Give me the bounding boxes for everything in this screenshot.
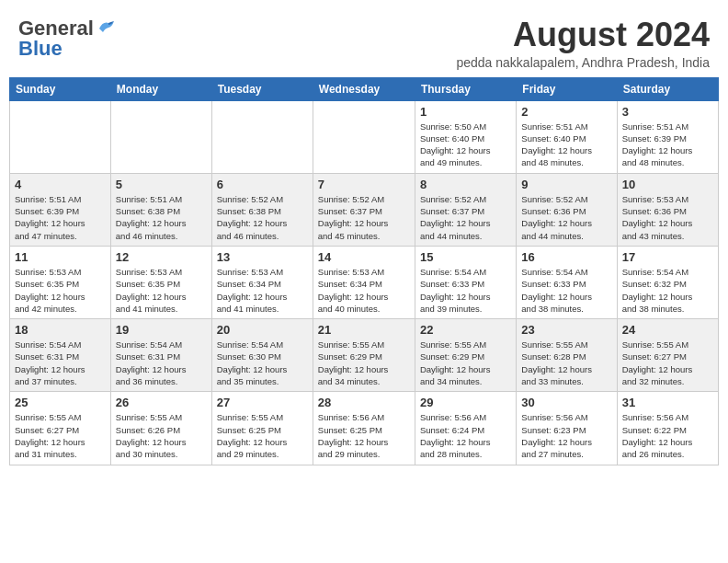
day-number: 8 [420, 178, 511, 191]
calendar-cell: 29Sunrise: 5:56 AM Sunset: 6:24 PM Dayli… [415, 392, 516, 465]
day-number: 15 [420, 250, 511, 264]
weekday-header-monday: Monday [110, 77, 211, 100]
title-block: August 2024 pedda nakkalapalem, Andhra P… [456, 17, 710, 70]
calendar-cell: 21Sunrise: 5:55 AM Sunset: 6:29 PM Dayli… [313, 319, 415, 392]
calendar-cell: 2Sunrise: 5:51 AM Sunset: 6:40 PM Daylig… [517, 100, 617, 173]
day-info: Sunrise: 5:56 AM Sunset: 6:22 PM Dayligh… [622, 411, 713, 460]
day-info: Sunrise: 5:51 AM Sunset: 6:39 PM Dayligh… [15, 193, 106, 242]
day-number: 20 [217, 323, 308, 337]
weekday-header-row: SundayMondayTuesdayWednesdayThursdayFrid… [10, 77, 719, 100]
logo-blue: Blue [18, 37, 63, 61]
calendar-cell: 15Sunrise: 5:54 AM Sunset: 6:33 PM Dayli… [415, 246, 516, 318]
day-info: Sunrise: 5:55 AM Sunset: 6:28 PM Dayligh… [521, 339, 611, 387]
calendar-cell [313, 100, 415, 173]
day-info: Sunrise: 5:51 AM Sunset: 6:40 PM Dayligh… [521, 121, 611, 169]
weekday-header-tuesday: Tuesday [211, 77, 313, 100]
day-info: Sunrise: 5:53 AM Sunset: 6:35 PM Dayligh… [15, 266, 106, 315]
calendar-cell: 27Sunrise: 5:55 AM Sunset: 6:25 PM Dayli… [211, 392, 313, 465]
calendar-cell: 24Sunrise: 5:55 AM Sunset: 6:27 PM Dayli… [617, 319, 718, 392]
calendar-cell: 9Sunrise: 5:52 AM Sunset: 6:36 PM Daylig… [517, 173, 617, 246]
calendar-week-row: 25Sunrise: 5:55 AM Sunset: 6:27 PM Dayli… [10, 392, 719, 465]
day-number: 9 [521, 178, 611, 191]
day-info: Sunrise: 5:55 AM Sunset: 6:29 PM Dayligh… [318, 339, 410, 387]
calendar-cell: 14Sunrise: 5:53 AM Sunset: 6:34 PM Dayli… [313, 246, 415, 318]
calendar-cell: 19Sunrise: 5:54 AM Sunset: 6:31 PM Dayli… [110, 319, 211, 392]
day-number: 26 [116, 396, 207, 409]
logo: General Blue [18, 17, 116, 61]
day-info: Sunrise: 5:52 AM Sunset: 6:37 PM Dayligh… [318, 193, 410, 242]
calendar-cell: 1Sunrise: 5:50 AM Sunset: 6:40 PM Daylig… [415, 100, 516, 173]
day-number: 2 [521, 105, 611, 119]
calendar-cell: 13Sunrise: 5:53 AM Sunset: 6:34 PM Dayli… [211, 246, 313, 318]
logo-bird-icon [96, 19, 116, 38]
day-number: 24 [622, 323, 713, 337]
calendar-cell: 5Sunrise: 5:51 AM Sunset: 6:38 PM Daylig… [110, 173, 211, 246]
calendar-week-row: 11Sunrise: 5:53 AM Sunset: 6:35 PM Dayli… [10, 246, 719, 318]
month-year-title: August 2024 [456, 17, 710, 53]
day-number: 1 [420, 105, 511, 119]
day-number: 7 [318, 178, 410, 191]
day-info: Sunrise: 5:55 AM Sunset: 6:27 PM Dayligh… [622, 339, 713, 387]
day-info: Sunrise: 5:52 AM Sunset: 6:37 PM Dayligh… [420, 193, 511, 242]
day-number: 3 [622, 105, 713, 119]
calendar-week-row: 1Sunrise: 5:50 AM Sunset: 6:40 PM Daylig… [10, 100, 719, 173]
day-info: Sunrise: 5:54 AM Sunset: 6:32 PM Dayligh… [622, 266, 713, 315]
day-number: 19 [116, 323, 207, 337]
day-info: Sunrise: 5:52 AM Sunset: 6:38 PM Dayligh… [217, 193, 308, 242]
calendar-cell: 28Sunrise: 5:56 AM Sunset: 6:25 PM Dayli… [313, 392, 415, 465]
weekday-header-sunday: Sunday [10, 77, 111, 100]
calendar-cell: 12Sunrise: 5:53 AM Sunset: 6:35 PM Dayli… [110, 246, 211, 318]
calendar-cell: 3Sunrise: 5:51 AM Sunset: 6:39 PM Daylig… [617, 100, 718, 173]
day-info: Sunrise: 5:54 AM Sunset: 6:31 PM Dayligh… [116, 339, 207, 387]
calendar-cell: 22Sunrise: 5:55 AM Sunset: 6:29 PM Dayli… [415, 319, 516, 392]
day-info: Sunrise: 5:54 AM Sunset: 6:30 PM Dayligh… [217, 339, 308, 387]
day-number: 12 [116, 250, 207, 264]
calendar-table: SundayMondayTuesdayWednesdayThursdayFrid… [9, 77, 719, 465]
day-number: 17 [622, 250, 713, 264]
day-number: 21 [318, 323, 410, 337]
day-number: 31 [622, 396, 713, 409]
calendar-cell: 30Sunrise: 5:56 AM Sunset: 6:23 PM Dayli… [517, 392, 617, 465]
day-info: Sunrise: 5:56 AM Sunset: 6:23 PM Dayligh… [521, 411, 611, 460]
calendar-week-row: 4Sunrise: 5:51 AM Sunset: 6:39 PM Daylig… [10, 173, 719, 246]
day-info: Sunrise: 5:55 AM Sunset: 6:25 PM Dayligh… [217, 411, 308, 460]
day-number: 11 [15, 250, 106, 264]
day-number: 13 [217, 250, 308, 264]
day-number: 10 [622, 178, 713, 191]
calendar-cell: 26Sunrise: 5:55 AM Sunset: 6:26 PM Dayli… [110, 392, 211, 465]
day-info: Sunrise: 5:55 AM Sunset: 6:26 PM Dayligh… [116, 411, 207, 460]
day-info: Sunrise: 5:50 AM Sunset: 6:40 PM Dayligh… [420, 121, 511, 169]
calendar-cell: 6Sunrise: 5:52 AM Sunset: 6:38 PM Daylig… [211, 173, 313, 246]
location-subtitle: pedda nakkalapalem, Andhra Pradesh, Indi… [456, 55, 710, 70]
day-number: 16 [521, 250, 611, 264]
day-info: Sunrise: 5:55 AM Sunset: 6:27 PM Dayligh… [15, 411, 106, 460]
day-number: 18 [15, 323, 106, 337]
calendar-cell: 10Sunrise: 5:53 AM Sunset: 6:36 PM Dayli… [617, 173, 718, 246]
day-info: Sunrise: 5:53 AM Sunset: 6:35 PM Dayligh… [116, 266, 207, 315]
day-info: Sunrise: 5:53 AM Sunset: 6:34 PM Dayligh… [318, 266, 410, 315]
day-info: Sunrise: 5:53 AM Sunset: 6:36 PM Dayligh… [622, 193, 713, 242]
weekday-header-saturday: Saturday [617, 77, 718, 100]
weekday-header-thursday: Thursday [415, 77, 516, 100]
calendar-cell: 18Sunrise: 5:54 AM Sunset: 6:31 PM Dayli… [10, 319, 111, 392]
calendar-cell: 17Sunrise: 5:54 AM Sunset: 6:32 PM Dayli… [617, 246, 718, 318]
day-info: Sunrise: 5:53 AM Sunset: 6:34 PM Dayligh… [217, 266, 308, 315]
weekday-header-wednesday: Wednesday [313, 77, 415, 100]
day-info: Sunrise: 5:51 AM Sunset: 6:38 PM Dayligh… [116, 193, 207, 242]
calendar-cell: 8Sunrise: 5:52 AM Sunset: 6:37 PM Daylig… [415, 173, 516, 246]
day-info: Sunrise: 5:54 AM Sunset: 6:33 PM Dayligh… [420, 266, 511, 315]
calendar-cell: 7Sunrise: 5:52 AM Sunset: 6:37 PM Daylig… [313, 173, 415, 246]
day-info: Sunrise: 5:55 AM Sunset: 6:29 PM Dayligh… [420, 339, 511, 387]
calendar-cell: 4Sunrise: 5:51 AM Sunset: 6:39 PM Daylig… [10, 173, 111, 246]
day-info: Sunrise: 5:52 AM Sunset: 6:36 PM Dayligh… [521, 193, 611, 242]
calendar-cell [211, 100, 313, 173]
calendar-cell: 20Sunrise: 5:54 AM Sunset: 6:30 PM Dayli… [211, 319, 313, 392]
calendar-cell: 25Sunrise: 5:55 AM Sunset: 6:27 PM Dayli… [10, 392, 111, 465]
weekday-header-friday: Friday [517, 77, 617, 100]
day-number: 4 [15, 178, 106, 191]
day-number: 30 [521, 396, 611, 409]
day-number: 14 [318, 250, 410, 264]
day-info: Sunrise: 5:54 AM Sunset: 6:31 PM Dayligh… [15, 339, 106, 387]
calendar-cell [110, 100, 211, 173]
calendar-cell [10, 100, 111, 173]
